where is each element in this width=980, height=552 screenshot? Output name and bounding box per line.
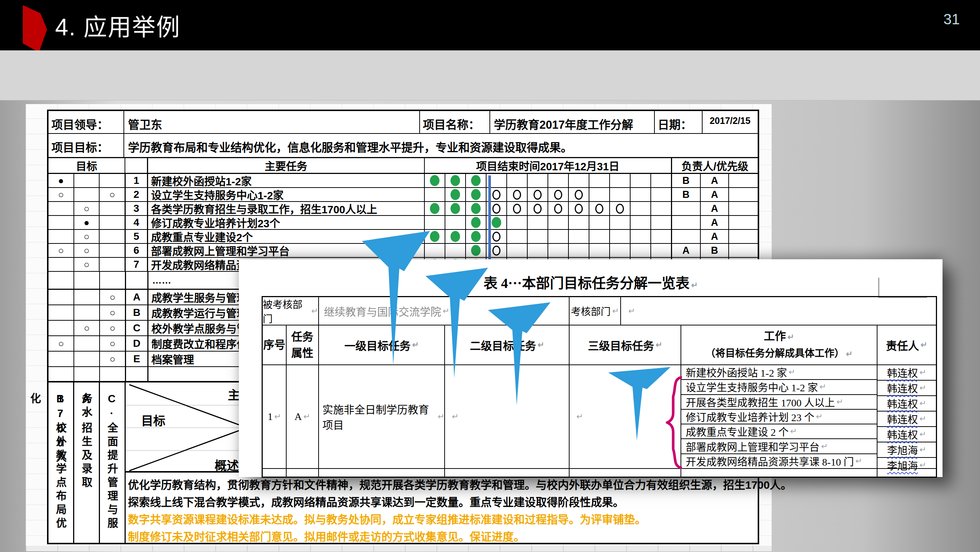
month-cell [589, 202, 610, 215]
slide: { "slide": { "title": "4. 应用举例", "page_n… [0, 0, 980, 552]
pilcrow-mark: ↵ [311, 306, 318, 316]
pilcrow-mark: ↵ [612, 306, 619, 316]
owner-priority-cell: A [701, 216, 729, 229]
pilcrow-mark: ↵ [920, 429, 926, 439]
owner-priority-cell: A [672, 244, 701, 257]
summary-issue-line: 数字共享资源课程建设标准未达成。拟与教务处协同，成立专家组推进标准建设和过程指导… [128, 511, 756, 528]
work-owner: 韩连权↵ [878, 427, 936, 442]
col-work-text: 工作 [764, 330, 786, 342]
owner-priority-cell: A [701, 202, 729, 215]
month-cell [507, 244, 528, 257]
div-element [48, 272, 74, 289]
header-timeline: 项目结束时间2017年12月31日 [425, 158, 672, 173]
filled-goal-mark: ● [58, 175, 64, 187]
work-item: 新建校外函授站 1-2 家↵ [681, 365, 877, 380]
div-element [74, 367, 100, 381]
month-cell [589, 230, 610, 243]
goal-mark-cell [48, 258, 74, 271]
div-element [126, 272, 148, 289]
task-id: 6 [125, 244, 148, 257]
owner-name: 韩连权 [887, 412, 918, 426]
leader-label: 项目领导： [48, 111, 124, 133]
body-no-cell: 1↵ [263, 365, 286, 468]
owner-priority-cell [672, 202, 701, 215]
month-cell [610, 230, 630, 243]
goal-mark-cell [100, 230, 125, 243]
hollow-dot [533, 204, 542, 214]
hollow-goal-mark: ○ [110, 307, 115, 319]
month-cell [445, 202, 466, 215]
month-cell [610, 202, 630, 215]
div-element [681, 469, 877, 477]
task-id: 3 [125, 202, 148, 215]
month-cell [651, 174, 671, 187]
month-cell [569, 188, 589, 201]
task-id: 7 [125, 258, 148, 271]
month-cell [445, 216, 466, 229]
month-cell [528, 216, 548, 229]
month-cell [425, 202, 445, 215]
goal-mark-cell [48, 216, 74, 229]
month-cell [445, 230, 466, 243]
work-item: 成教重点专业建设 2 个↵ [681, 424, 877, 439]
div-element [100, 272, 126, 289]
hollow-goal-mark: ○ [84, 231, 90, 242]
month-cell [569, 216, 589, 229]
pilcrow-mark: ↵ [920, 368, 926, 377]
date-label: 日期： [655, 111, 703, 133]
goal-mark-cell: ● [74, 216, 100, 229]
owner-priority-cell: A [701, 174, 729, 187]
green-dot [471, 203, 480, 214]
goal-mark-cell: ○ [48, 188, 74, 201]
month-cell [630, 174, 651, 187]
task-id: A [126, 290, 148, 305]
task-name: 新建校外函授站1-2家 [148, 174, 425, 187]
page-number: 31 [943, 11, 960, 27]
month-cell [589, 216, 610, 229]
work-owner: 韩连权↵ [878, 412, 936, 427]
summary-block: 优化学历教育结构，贯彻教育方针和文件精神，规范开展各类学历教育教学和管理。与校内… [126, 474, 758, 544]
owner-name: 李旭海 [887, 442, 918, 457]
month-cell [589, 244, 610, 257]
div-element [126, 367, 148, 381]
task-id: D [126, 336, 148, 351]
task-row: ●4修订成教专业培养计划23个A [48, 216, 758, 230]
assessor-label-cell: 考核部门↵ [570, 297, 621, 325]
overlay-bottom-row [263, 469, 936, 477]
month-cell [630, 230, 651, 243]
owner-priority-cell [729, 174, 758, 187]
hollow-goal-mark: ○ [58, 189, 64, 200]
goal-mark-cell [100, 258, 125, 271]
month-cell [610, 174, 630, 187]
blue-arrow-icon [362, 231, 430, 365]
month-cell [548, 230, 569, 243]
col-owner: 责任人↵ [878, 325, 936, 364]
month-cell [528, 230, 548, 243]
work-item: 设立学生支持服务中心 1-2 家↵ [681, 380, 877, 395]
goal-mark-cell [48, 202, 74, 215]
hollow-goal-mark: ○ [110, 353, 115, 365]
work-owner: 韩连权↵ [878, 381, 936, 396]
pilcrow-mark: ↵ [274, 412, 281, 421]
div-element [286, 469, 319, 477]
owner-priority-cell: A [701, 230, 729, 243]
owner-priority-cell [729, 230, 758, 243]
goal-mark-cell: ○ [74, 202, 100, 215]
assessor-label: 考核部门 [571, 304, 611, 318]
pilcrow-mark: ↵ [846, 349, 853, 359]
hollow-goal-mark: ○ [84, 203, 90, 214]
month-cell [425, 216, 445, 229]
polygon-element [608, 367, 671, 440]
pilcrow-mark: ↵ [920, 445, 926, 455]
owner-priority-cell: B [672, 188, 701, 201]
polygon-element [425, 268, 488, 378]
pilcrow-mark: ↵ [819, 382, 826, 392]
goal-label: 项目目标： [48, 134, 124, 157]
project-label: 项目名称： [420, 111, 490, 133]
pilcrow-mark: ↵ [788, 332, 794, 341]
month-cell [445, 188, 466, 201]
body-no: 1 [267, 411, 273, 423]
goal-mark-cell: ○ [48, 244, 74, 257]
header-goal: 目标 [48, 158, 125, 173]
hollow-dot [554, 204, 562, 214]
